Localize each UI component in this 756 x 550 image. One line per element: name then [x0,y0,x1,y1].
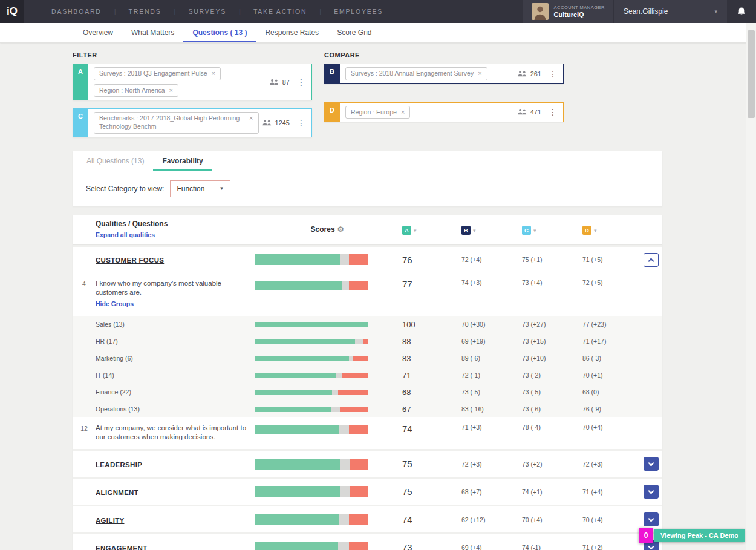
expand-all-qualities-link[interactable]: Expand all qualities [96,231,155,238]
filter-compare-section: FILTER ASurveys : 2018 Q3 Engagement Pul… [73,51,674,145]
score-d: 70 (+4) [579,424,640,431]
scores-header: Scores⚙ [255,225,399,234]
favorability-bar [255,373,368,378]
account-menu[interactable]: ACCOUNT MANAGER CultureIQ [523,0,613,23]
score-b: 74 (+3) [458,279,519,286]
quality-link-agility[interactable]: AGILITY [96,517,124,524]
score-b: 70 (+30) [458,321,519,328]
scrollbar-thumb[interactable] [748,30,755,118]
score-c: 74 (-1) [519,544,579,550]
chip-remove-icon[interactable]: × [401,108,405,116]
notifications-bell-button[interactable] [727,0,756,23]
quality-link-customer-focus[interactable]: CUSTOMER FOCUS [96,257,164,264]
nav-item-take-action[interactable]: TAKE ACTION [241,8,319,15]
expand-quality-button[interactable] [644,485,659,499]
account-name-label: CultureIQ [554,11,605,18]
chip-label: Surveys : 2018 Q3 Engagement Pulse [99,70,207,78]
account-role-label: ACCOUNT MANAGER [554,5,605,10]
expand-quality-button[interactable] [644,512,659,526]
filter-chip: Surveys : 2018 Q3 Engagement Pulse× [94,67,221,80]
kebab-menu-icon[interactable]: ⋮ [293,77,310,87]
column-header-b[interactable]: B▾ [458,224,519,235]
chip-remove-icon[interactable]: × [212,70,215,77]
filter-group-card-d: DRegion : Europe×471⋮ [324,102,564,123]
scores-header-label: Scores [311,225,335,234]
quality-link-leadership[interactable]: LEADERSHIP [96,461,142,468]
kebab-menu-icon[interactable]: ⋮ [544,69,561,79]
group-label-sales-13: Sales (13) [96,321,255,328]
user-menu[interactable]: Sean.Gillispie ▾ [613,0,727,23]
group-label-hr-17: HR (17) [96,338,255,345]
group-badge-a: A [402,226,411,235]
tab-questions-13[interactable]: Questions ( 13 ) [183,23,256,42]
chevron-down-icon [648,460,654,466]
group-badge-c: C [522,226,531,235]
app-logo[interactable]: iQ [0,0,24,23]
chip-remove-icon[interactable]: × [169,87,173,94]
people-icon [262,119,272,126]
column-header-c[interactable]: C▾ [519,224,579,235]
demo-counter-badge[interactable]: 0 [639,528,653,543]
group-band-label: C [73,108,88,137]
quality-link-alignment[interactable]: ALIGNMENT [96,489,138,496]
score-b: 72 (+3) [458,460,519,468]
score-a: 73 [399,542,458,550]
favorability-bar [255,425,368,434]
score-c: 78 (-4) [519,424,579,431]
score-c: 73 (+27) [519,321,579,328]
nav-item-trends[interactable]: TRENDS [116,8,174,15]
chevron-down-icon: ▾ [414,228,417,234]
score-b: 89 (-6) [458,355,519,362]
score-a: 83 [399,354,458,363]
column-header-d[interactable]: D▾ [579,224,640,235]
respondent-count-value: 1245 [275,119,290,126]
favorability-bar [255,459,368,470]
category-select[interactable]: Function ▼ [170,180,230,197]
nav-item-surveys[interactable]: SURVEYS [175,8,239,15]
floating-badges: 0 Viewing Peak - CA Demo [639,528,745,543]
scores-settings-icon[interactable]: ⚙ [337,225,344,234]
subtab-favorability[interactable]: Favorability [153,151,212,171]
score-d: 71 (+17) [579,338,640,345]
quality-link-engagement[interactable]: ENGAGEMENT [96,545,147,550]
group-badge-b: B [461,226,471,235]
subtab-all-questions-13[interactable]: All Questions (13) [77,151,153,171]
collapse-quality-button[interactable] [644,253,659,267]
questions-subtabs: All Questions (13)Favorability [73,151,662,171]
favorability-bar [255,407,368,412]
kebab-menu-icon[interactable]: ⋮ [544,107,561,117]
tab-score-grid[interactable]: Score Grid [328,23,380,42]
question-number: 12 [73,424,96,432]
expand-quality-button[interactable] [644,457,659,471]
quality-row: ENGAGEMENT7369 (+4)74 (-1)71 (+2) [73,532,662,550]
group-row: HR (17)8869 (+19)73 (+15)71 (+17) [73,333,662,350]
respondent-count: 261 [517,70,541,77]
column-header-a[interactable]: A▾ [399,224,458,235]
score-a: 77 [399,279,458,289]
score-b: 72 (+4) [458,256,519,263]
hide-groups-link[interactable]: Hide Groups [96,300,134,307]
filter-chip: Surveys : 2018 Annual Engagement Survey× [345,67,487,80]
kebab-menu-icon[interactable]: ⋮ [293,118,310,128]
nav-item-dashboard[interactable]: DASHBOARD [39,8,114,15]
chevron-down-icon: ▾ [714,8,717,15]
score-d: 71 (+2) [579,544,640,550]
score-c: 73 (-6) [519,405,579,413]
respondent-count-value: 261 [530,70,541,77]
chip-remove-icon[interactable]: × [478,70,481,77]
chip-remove-icon[interactable]: × [249,114,253,122]
favorability-bar [255,322,368,327]
nav-item-employees[interactable]: EMPLOYEES [321,8,396,15]
score-a: 74 [399,424,458,434]
chevron-down-icon: ▾ [473,228,476,234]
group-label-it-14: IT (14) [96,372,255,379]
tab-overview[interactable]: Overview [74,23,122,42]
tab-what-matters[interactable]: What Matters [122,23,183,42]
vertical-scrollbar[interactable] [746,23,756,550]
group-band-label: A [73,64,88,100]
score-c: 73 (+4) [519,279,579,286]
people-icon [517,70,527,77]
score-d: 70 (+1) [579,372,640,379]
tab-response-rates[interactable]: Response Rates [256,23,328,42]
bell-icon [737,7,746,16]
